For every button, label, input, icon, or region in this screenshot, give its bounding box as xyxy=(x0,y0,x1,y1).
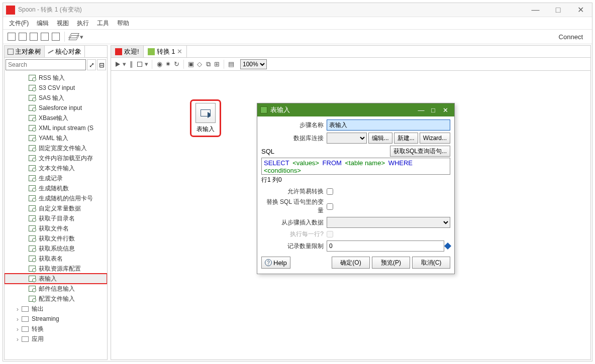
wizard-button[interactable]: Wizard... xyxy=(420,133,450,144)
tab-close-icon[interactable]: ✕ xyxy=(177,48,182,55)
help-button[interactable]: ?Help xyxy=(261,257,290,269)
variable-icon[interactable] xyxy=(444,242,451,250)
tree-item[interactable]: SAS 输入 xyxy=(5,93,107,103)
step-icon xyxy=(29,125,36,131)
step-icon xyxy=(29,75,36,81)
step-table-input[interactable]: 表输入 xyxy=(191,101,220,136)
edit-button[interactable]: 编辑... xyxy=(368,133,392,144)
show-results-icon[interactable]: ▤ xyxy=(228,61,235,68)
tree-item[interactable]: 获取子目录名 xyxy=(5,213,107,223)
step-icon xyxy=(29,185,36,191)
tree-item[interactable]: 生成随机数 xyxy=(5,183,107,193)
menu-view[interactable]: 视图 xyxy=(53,19,73,28)
tree[interactable]: RSS 输入S3 CSV inputSAS 输入Salesforce input… xyxy=(5,72,107,359)
replay-icon[interactable]: ↻ xyxy=(173,61,180,68)
tree-item[interactable]: 获取文件行数 xyxy=(5,233,107,244)
tab-welcome[interactable]: 欢迎! xyxy=(111,46,144,57)
allow-lazy-checkbox[interactable] xyxy=(327,188,333,195)
tree-item[interactable]: 文件内容加载至内存 xyxy=(5,153,107,163)
run-icon[interactable] xyxy=(114,61,121,68)
expander-icon[interactable]: › xyxy=(15,315,21,323)
collapse-all-icon[interactable]: ⊟ xyxy=(97,59,106,70)
explore-icon[interactable] xyxy=(30,33,38,41)
sql-textarea[interactable]: SELECT <values> FROM <table name> WHERE … xyxy=(261,158,450,175)
pause-icon[interactable]: ‖ xyxy=(128,61,135,68)
step-icon xyxy=(29,85,36,91)
tree-item[interactable]: 文本文件输入 xyxy=(5,163,107,173)
get-sql-button[interactable]: 获取SQL查询语句... xyxy=(390,146,450,157)
menu-run[interactable]: 执行 xyxy=(73,19,93,28)
close-button[interactable]: ✕ xyxy=(569,3,592,17)
tree-item[interactable]: 配置文件输入 xyxy=(5,294,107,304)
db-connection-select[interactable] xyxy=(327,133,367,144)
tree-item[interactable]: 表输入 xyxy=(5,274,107,284)
preview-icon[interactable]: ◉ xyxy=(156,61,163,68)
connect-button[interactable]: Connect xyxy=(553,33,589,41)
canvas[interactable]: 表输入 表输入 — □ ✕ 步骤名称 xyxy=(111,71,590,359)
maximize-button[interactable]: □ xyxy=(547,3,569,17)
tree-item[interactable]: RSS 输入 xyxy=(5,73,107,83)
saveas-icon[interactable] xyxy=(52,33,60,41)
app-icon xyxy=(6,6,15,15)
open-icon[interactable] xyxy=(19,33,27,41)
tree-item[interactable]: 邮件信息输入 xyxy=(5,284,107,294)
tree-item[interactable]: S3 CSV input xyxy=(5,83,107,93)
cancel-button[interactable]: 取消(C) xyxy=(412,257,450,269)
insert-from-select[interactable] xyxy=(327,217,450,228)
tree-item[interactable]: 获取文件名 xyxy=(5,223,107,233)
save-icon[interactable] xyxy=(41,33,49,41)
dialog-titlebar[interactable]: 表输入 — □ ✕ xyxy=(257,103,454,116)
tree-folder[interactable]: ›应用 xyxy=(5,334,107,344)
tab-transform[interactable]: 转换 1✕ xyxy=(144,46,187,57)
perspective-icon[interactable] xyxy=(70,33,79,40)
dialog-table-input: 表输入 — □ ✕ 步骤名称 数据库连接 编辑... xyxy=(257,103,455,274)
tab-main-tree[interactable]: 主对象树 xyxy=(5,46,45,57)
tree-folder[interactable]: ›Streaming xyxy=(5,314,107,324)
impact-icon[interactable]: ◇ xyxy=(196,61,203,68)
step-icon xyxy=(29,145,36,151)
tab-core[interactable]: 核心对象 xyxy=(45,46,85,57)
tree-item[interactable]: 获取表名 xyxy=(5,254,107,264)
new-icon[interactable] xyxy=(8,33,16,41)
expander-icon[interactable]: › xyxy=(15,305,21,313)
tree-item[interactable]: XBase输入 xyxy=(5,113,107,123)
menu-edit[interactable]: 编辑 xyxy=(33,19,53,28)
menu-help[interactable]: 帮助 xyxy=(113,19,133,28)
dialog-minimize-button[interactable]: — xyxy=(415,106,427,114)
tree-item[interactable]: 生成记录 xyxy=(5,173,107,183)
expander-icon[interactable]: › xyxy=(15,325,21,333)
search-input[interactable] xyxy=(6,59,86,70)
tree-item[interactable]: 生成随机的信用卡号 xyxy=(5,193,107,203)
step-name-input[interactable] xyxy=(327,119,450,131)
tree-item[interactable]: 获取系统信息 xyxy=(5,244,107,254)
tree-item[interactable]: Salesforce input xyxy=(5,103,107,113)
menu-tools[interactable]: 工具 xyxy=(93,19,113,28)
new-button[interactable]: 新建... xyxy=(394,133,418,144)
tree-item[interactable]: 自定义常量数据 xyxy=(5,203,107,213)
tree-item[interactable]: XML input stream (S xyxy=(5,123,107,133)
explore-db-icon[interactable]: ⊞ xyxy=(213,61,220,68)
tree-item[interactable]: YAML 输入 xyxy=(5,133,107,143)
ok-button[interactable]: 确定(O) xyxy=(332,257,370,269)
tree-item[interactable]: 获取资源库配置 xyxy=(5,264,107,274)
expand-all-icon[interactable]: ⤢ xyxy=(87,59,96,70)
zoom-select[interactable]: 100% xyxy=(240,59,267,69)
debug-icon[interactable]: ✷ xyxy=(164,61,171,68)
tree-folder[interactable]: ›转换 xyxy=(5,324,107,334)
expander-icon[interactable]: › xyxy=(15,335,21,343)
step-icon xyxy=(29,256,36,262)
dialog-maximize-button[interactable]: □ xyxy=(427,106,439,114)
replace-vars-checkbox[interactable] xyxy=(327,203,333,210)
dialog-close-button[interactable]: ✕ xyxy=(439,106,451,114)
check-icon[interactable]: ▣ xyxy=(187,61,194,68)
stop-icon[interactable] xyxy=(136,61,143,68)
menu-file[interactable]: 文件(F) xyxy=(5,19,33,28)
step-icon xyxy=(29,115,36,121)
sql-icon[interactable]: ⧉ xyxy=(205,61,212,68)
minimize-button[interactable]: — xyxy=(524,3,547,17)
main-toolbar: ▾ Connect xyxy=(3,29,592,44)
preview-button[interactable]: 预览(P) xyxy=(372,257,410,269)
tree-folder[interactable]: ›输出 xyxy=(5,304,107,314)
limit-input[interactable] xyxy=(327,240,444,252)
tree-item[interactable]: 固定宽度文件输入 xyxy=(5,143,107,153)
